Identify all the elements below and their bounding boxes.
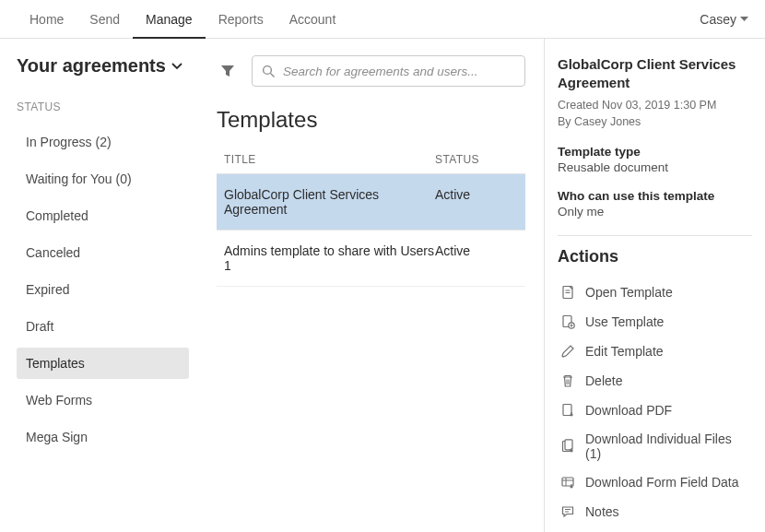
row-title: GlobalCorp Client Services Agreement (224, 187, 435, 217)
user-menu[interactable]: Casey (700, 12, 748, 27)
user-name: Casey (700, 12, 736, 27)
sidebar-title[interactable]: Your agreements (17, 55, 189, 77)
search-input[interactable] (283, 65, 515, 78)
table-row[interactable]: Admins template to share with Users 1Act… (217, 231, 525, 287)
action-label: Use Template (585, 314, 664, 329)
sidebar-item-draft[interactable]: Draft (17, 311, 189, 342)
template-type-value: Reusable document (558, 160, 752, 174)
row-title: Admins template to share with Users 1 (224, 243, 435, 273)
sidebar-item-mega-sign[interactable]: Mega Sign (17, 421, 189, 453)
sidebar-item-expired[interactable]: Expired (17, 274, 189, 305)
divider (558, 235, 752, 236)
sidebar-item-completed[interactable]: Completed (17, 200, 189, 231)
use-template-icon (559, 313, 576, 330)
action-label: Edit Template (585, 344, 664, 359)
action-download-form-field-data[interactable]: Download Form Field Data (558, 467, 752, 497)
delete-icon (559, 372, 576, 389)
who-label: Who can use this template (558, 189, 752, 203)
action-label: Delete (585, 373, 622, 388)
svg-rect-9 (563, 404, 571, 415)
sidebar: Your agreements Status In Progress (2)Wa… (0, 39, 198, 532)
action-label: Download PDF (585, 403, 672, 418)
page-heading: Templates (217, 107, 525, 133)
sidebar-item-waiting-for-you-0[interactable]: Waiting for You (0) (17, 163, 189, 195)
details-title: GlobalCorp Client Services Agreement (558, 55, 752, 93)
actions-heading: Actions (558, 247, 752, 266)
open-template-icon (559, 284, 576, 301)
sidebar-section-label: Status (17, 100, 189, 113)
main-toolbar (217, 55, 525, 87)
sidebar-item-web-forms[interactable]: Web Forms (17, 384, 189, 416)
download-form-data-icon (559, 474, 576, 491)
action-edit-template[interactable]: Edit Template (558, 337, 752, 366)
action-open-template[interactable]: Open Template (558, 278, 752, 307)
caret-down-icon (740, 17, 748, 22)
nav-manage[interactable]: Manage (133, 0, 206, 39)
details-created: Created Nov 03, 2019 1:30 PM (558, 97, 752, 113)
who-value: Only me (558, 205, 752, 219)
notes-icon (559, 503, 576, 520)
action-label: Notes (585, 504, 619, 519)
action-download-individual-files-1[interactable]: Download Individual Files (1) (558, 425, 752, 467)
row-status: Active (435, 243, 518, 273)
download-files-icon (559, 438, 576, 455)
row-status: Active (435, 187, 518, 217)
nav-account[interactable]: Account (277, 0, 349, 39)
svg-line-1 (271, 73, 275, 77)
action-notes[interactable]: Notes (558, 497, 752, 526)
edit-template-icon (559, 343, 576, 360)
col-header-status[interactable]: Status (435, 153, 518, 166)
sidebar-item-canceled[interactable]: Canceled (17, 237, 189, 268)
top-nav: HomeSendManageReportsAccount Casey (0, 0, 765, 39)
main-panel: Templates Title Status GlobalCorp Client… (198, 39, 544, 532)
action-delete[interactable]: Delete (558, 366, 752, 396)
action-download-pdf[interactable]: Download PDF (558, 396, 752, 425)
search-box[interactable] (252, 55, 525, 87)
nav-send[interactable]: Send (76, 0, 133, 39)
sidebar-title-text: Your agreements (17, 55, 166, 77)
action-label: Open Template (585, 285, 673, 300)
action-label: Download Form Field Data (585, 475, 739, 490)
template-type-label: Template type (558, 145, 752, 159)
download-pdf-icon (559, 402, 576, 419)
nav-home[interactable]: Home (17, 0, 76, 39)
svg-point-0 (264, 65, 272, 74)
table-row[interactable]: GlobalCorp Client Services AgreementActi… (217, 174, 525, 231)
sidebar-item-in-progress-2[interactable]: In Progress (2) (17, 126, 189, 158)
nav-reports[interactable]: Reports (206, 0, 277, 39)
sidebar-item-templates[interactable]: Templates (17, 348, 189, 379)
action-use-template[interactable]: Use Template (558, 307, 752, 337)
action-label: Download Individual Files (1) (585, 432, 750, 461)
col-header-title[interactable]: Title (224, 153, 435, 166)
details-by: By Casey Jones (558, 113, 752, 130)
table-header: Title Status (217, 146, 525, 174)
filter-icon[interactable] (217, 60, 239, 82)
content-area: Your agreements Status In Progress (2)Wa… (0, 39, 765, 532)
search-icon (262, 65, 276, 78)
chevron-down-icon (171, 63, 182, 70)
details-panel: GlobalCorp Client Services Agreement Cre… (544, 39, 765, 532)
